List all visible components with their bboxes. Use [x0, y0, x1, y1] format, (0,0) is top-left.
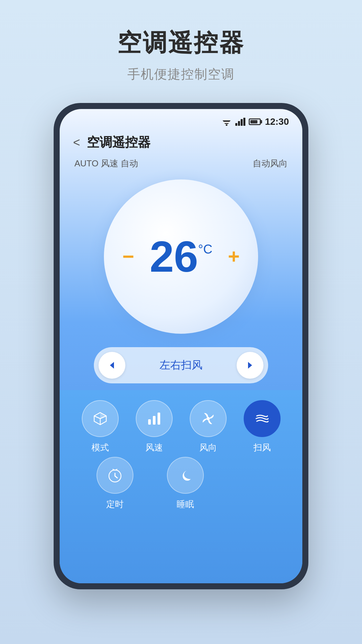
svg-line-22: [115, 476, 117, 478]
timer-icon-circle: [97, 457, 133, 494]
phone-frame: 12:30 < 空调遥控器 AUTO 风速 自动 自动风向 − 26 °C +: [54, 103, 308, 589]
wind-direction-icon-circle: [190, 400, 227, 437]
svg-rect-16: [148, 419, 151, 425]
wind-direction-control[interactable]: 风向: [186, 400, 230, 453]
phone-screen: 12:30 < 空调遥控器 AUTO 风速 自动 自动风向 − 26 °C +: [60, 109, 302, 583]
header: < 空调遥控器: [60, 130, 302, 158]
wind-sweep-label: 左右扫风: [129, 358, 233, 373]
timer-icon: [106, 467, 124, 484]
sleep-icon-circle: [167, 457, 204, 494]
svg-rect-17: [153, 416, 156, 425]
svg-line-14: [94, 416, 100, 419]
temperature-display: 26 °C: [149, 235, 212, 278]
temperature-unit: °C: [198, 242, 213, 257]
svg-marker-9: [110, 362, 114, 369]
fan-speed-control[interactable]: 风速: [132, 400, 176, 453]
sleep-label: 睡眠: [177, 498, 194, 510]
wind-direction-info: 自动风向: [253, 158, 288, 169]
temperature-area: − 26 °C +: [60, 173, 302, 340]
timer-label: 定时: [106, 498, 124, 510]
wind-direction-label: 风向: [199, 442, 217, 453]
mode-control[interactable]: 模式: [78, 400, 122, 453]
svg-point-19: [206, 417, 210, 420]
status-bar: 12:30: [60, 109, 302, 130]
sweep-control[interactable]: 扫风: [240, 400, 284, 453]
svg-rect-8: [243, 118, 245, 126]
timer-control[interactable]: 定时: [93, 457, 137, 510]
signal-icon: [235, 118, 245, 126]
app-subtitle: 手机便捷控制空调: [127, 66, 235, 83]
temperature-circle: − 26 °C +: [104, 179, 258, 334]
mode-label: 模式: [92, 442, 109, 453]
sweep-icon-circle: [244, 400, 281, 437]
svg-marker-10: [248, 362, 252, 369]
temperature-value: 26: [149, 235, 198, 278]
status-icons: [221, 118, 261, 126]
sweep-label: 扫风: [253, 442, 271, 453]
mode-icon: [92, 410, 109, 427]
sweep-icon: [253, 410, 271, 427]
header-title: 空调遥控器: [87, 134, 150, 151]
wind-left-button[interactable]: [99, 352, 125, 379]
decrease-temp-button[interactable]: −: [122, 247, 134, 267]
info-bar: AUTO 风速 自动 自动风向: [60, 158, 302, 169]
bottom-controls: 模式 风速: [60, 390, 302, 583]
wind-speed-info: AUTO 风速 自动: [74, 158, 138, 169]
svg-rect-5: [235, 123, 237, 126]
app-title: 空调遥控器: [117, 27, 245, 59]
fan-speed-icon-circle: [136, 400, 173, 437]
sleep-icon: [177, 467, 194, 484]
back-button[interactable]: <: [73, 136, 80, 150]
control-row-2: 定时 睡眠: [73, 457, 289, 510]
wind-direction-icon: [199, 410, 217, 427]
wind-right-button[interactable]: [237, 352, 263, 379]
battery-icon: [249, 118, 261, 125]
status-time: 12:30: [265, 116, 289, 127]
fan-speed-label: 风速: [145, 442, 163, 453]
svg-rect-18: [158, 413, 160, 425]
wifi-icon: [221, 118, 232, 126]
sleep-control[interactable]: 睡眠: [164, 457, 207, 510]
svg-rect-7: [241, 119, 243, 126]
mode-icon-circle: [82, 400, 119, 437]
svg-rect-6: [238, 121, 240, 126]
control-row-1: 模式 风速: [73, 400, 289, 453]
fan-speed-icon: [145, 410, 163, 427]
wind-sweep-control: 左右扫风: [94, 347, 268, 383]
increase-temp-button[interactable]: +: [228, 247, 240, 267]
